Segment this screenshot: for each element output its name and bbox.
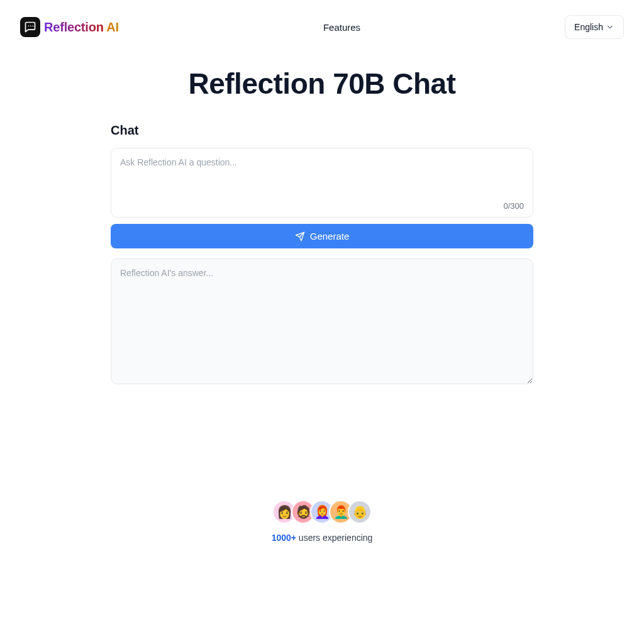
social-suffix: users experiencing bbox=[296, 533, 372, 543]
question-input[interactable] bbox=[120, 157, 524, 196]
social-count: 1000+ bbox=[272, 533, 296, 543]
svg-point-2 bbox=[32, 26, 33, 27]
avatar-stack: 👩🧔👩‍🦰👨‍🦰👴 bbox=[272, 500, 372, 524]
avatar: 👴 bbox=[348, 500, 372, 524]
question-input-card: 0/300 bbox=[111, 148, 533, 218]
brand-logo-icon bbox=[20, 17, 40, 37]
social-proof-text: 1000+ users experiencing bbox=[272, 533, 373, 543]
language-selector[interactable]: English bbox=[565, 15, 624, 39]
svg-point-1 bbox=[30, 26, 31, 27]
send-icon bbox=[295, 231, 305, 242]
chat-section-title: Chat bbox=[111, 123, 533, 138]
page-title: Reflection 70B Chat bbox=[111, 67, 533, 101]
char-counter: 0/300 bbox=[120, 201, 524, 211]
generate-label: Generate bbox=[310, 231, 350, 242]
social-proof: 👩🧔👩‍🦰👨‍🦰👴 1000+ users experiencing bbox=[111, 500, 533, 543]
nav-link-features[interactable]: Features bbox=[323, 22, 360, 33]
generate-button[interactable]: Generate bbox=[111, 224, 533, 248]
svg-point-0 bbox=[28, 26, 30, 27]
brand-name: Reflection AI bbox=[44, 20, 119, 35]
chevron-down-icon bbox=[606, 23, 614, 31]
brand[interactable]: Reflection AI bbox=[20, 17, 119, 37]
answer-output[interactable] bbox=[111, 258, 533, 384]
language-label: English bbox=[574, 22, 603, 32]
